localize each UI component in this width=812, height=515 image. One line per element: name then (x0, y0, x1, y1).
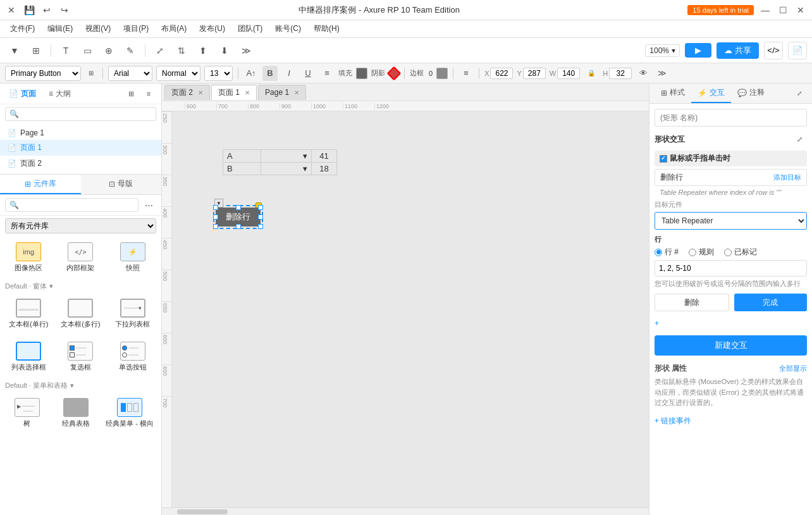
right-tab-style[interactable]: ⊞ 样式 (655, 84, 691, 103)
handle-tl[interactable] (213, 205, 218, 210)
doc-button[interactable]: 📄 (788, 42, 807, 59)
masters-tab[interactable]: ⊡ 母版 (81, 175, 162, 194)
canvas-scrollbar-h[interactable] (162, 507, 649, 515)
comp-item-tree[interactable]: ▶ 树 (5, 394, 49, 432)
select-tool[interactable]: ▼ (5, 42, 24, 59)
add-target-btn[interactable]: 添加目标 (773, 173, 801, 182)
right-tab-notes[interactable]: 💬 注释 (731, 84, 771, 103)
comp-item-radio[interactable]: 单选按钮 (109, 338, 156, 376)
comp-item-dropdown[interactable]: ▾ 下拉列表框 (109, 295, 156, 333)
x-input[interactable] (490, 68, 513, 79)
expand-interaction-btn[interactable]: ⤢ (792, 132, 807, 147)
window-close-button[interactable]: ✕ (794, 4, 807, 16)
widget-mode-btn[interactable]: ⊞ (85, 66, 97, 81)
comp-options-btn[interactable]: ⋯ (141, 197, 156, 213)
grid-tool[interactable]: ⊞ (27, 42, 46, 59)
minimize-button[interactable]: — (759, 4, 772, 16)
add-tool[interactable]: ⊕ (99, 42, 118, 59)
save-icon[interactable]: 💾 (23, 4, 35, 16)
comp-item-snapshot[interactable]: ⚡ 快照 (109, 239, 156, 276)
tab-close-page1[interactable]: ✕ (245, 89, 250, 96)
handle-bm[interactable] (236, 224, 241, 229)
zoom-control[interactable]: 100% ▾ (645, 44, 680, 57)
done-btn[interactable]: 完成 (734, 294, 808, 311)
font-size-select[interactable]: 13 (204, 66, 233, 81)
close-x-icon[interactable]: ✕ (5, 4, 18, 16)
handle-rm[interactable] (258, 214, 263, 220)
play-button[interactable]: ▶ (685, 43, 711, 58)
menu-account[interactable]: 账号(C) (270, 22, 306, 35)
more-format-btn[interactable]: ≫ (655, 66, 670, 81)
canvas-tab-page-1[interactable]: Page 1 ✕ (258, 85, 306, 100)
table-cell-b-dropdown[interactable]: ▾ (261, 163, 312, 175)
comp-item-listbox[interactable]: 列表选择框 (5, 338, 52, 376)
y-input[interactable] (523, 68, 546, 79)
add-page-btn[interactable]: ⊞ (123, 86, 138, 101)
handle-br[interactable] (258, 224, 263, 229)
canvas-tab-page2[interactable]: 页面 2 ✕ (164, 85, 210, 100)
comp-item-hotspot[interactable]: img 图像热区 (5, 239, 52, 276)
new-interaction-btn[interactable]: 新建交互 (655, 335, 807, 356)
menu-publish[interactable]: 发布(U) (194, 22, 230, 35)
canvas-viewport[interactable]: A ▾ 41 B (172, 111, 649, 507)
resize-tool[interactable]: ⤢ (151, 42, 169, 59)
align-v-tool[interactable]: ⇅ (172, 42, 191, 59)
canvas-delete-button[interactable]: 删除行 (216, 208, 261, 226)
tab-close-pg1[interactable]: ✕ (294, 89, 299, 96)
menu-help[interactable]: 帮助(H) (309, 22, 345, 35)
comp-item-menu[interactable]: 经典菜单 - 横向 (103, 394, 156, 432)
canvas-tab-page1[interactable]: 页面 1 ✕ (211, 85, 257, 100)
italic-btn[interactable]: I (281, 66, 297, 81)
maximize-button[interactable]: ☐ (777, 4, 789, 16)
comp-item-textarea[interactable]: 文本框(多行) (57, 295, 104, 333)
comp-item-iframe[interactable]: </> 内部框架 (57, 239, 104, 276)
w-input[interactable] (557, 68, 580, 79)
add-interaction-row[interactable]: + (655, 316, 807, 330)
menu-layout[interactable]: 布局(A) (156, 22, 192, 35)
handle-tm[interactable] (236, 205, 241, 210)
outline-tab[interactable]: ≡ 大纲 (45, 87, 75, 101)
border-color-swatch[interactable] (436, 68, 448, 79)
list-btn[interactable]: ≡ (319, 66, 335, 81)
comp-item-checkbox[interactable]: 复选框 (57, 338, 104, 376)
comp-item-table[interactable]: 经典表格 (54, 394, 99, 432)
underline-btn[interactable]: U (300, 66, 316, 81)
tab-close-page2[interactable]: ✕ (198, 89, 203, 96)
lock-aspect-btn[interactable]: 🔒 (584, 66, 599, 81)
radio-row-num[interactable]: 行 # (655, 247, 679, 258)
bold-btn[interactable]: B (262, 66, 278, 81)
visibility-btn[interactable]: 👁 (636, 66, 651, 81)
event-checkbox[interactable] (660, 155, 667, 163)
widget-type-select[interactable]: Primary Button (5, 66, 81, 81)
chain-event-row[interactable]: + 链接事件 (655, 413, 807, 429)
font-family-select[interactable]: Arial (108, 66, 152, 81)
comp-filter-select[interactable]: 所有元件库 (5, 218, 156, 233)
pen-tool[interactable]: ✎ (121, 42, 140, 59)
handle-bl[interactable] (213, 224, 218, 229)
show-all-btn[interactable]: 全部显示 (779, 364, 807, 373)
font-style-select[interactable]: Normal (156, 66, 200, 81)
radio-rule[interactable]: 规则 (689, 247, 714, 258)
pages-tab[interactable]: 📄 页面 (5, 87, 40, 101)
align-top-tool[interactable]: ⬆ (194, 42, 212, 59)
menu-team[interactable]: 团队(T) (233, 22, 268, 35)
handle-tr[interactable] (258, 205, 263, 210)
share-button[interactable]: ☁ 共享 (717, 42, 759, 59)
redo-icon[interactable]: ↪ (58, 4, 71, 16)
components-tab[interactable]: ⊞ 元件库 (0, 175, 81, 194)
comp-item-textfield[interactable]: 文本框(单行) (5, 295, 52, 333)
code-button[interactable]: </> (764, 42, 783, 59)
page-item-page2[interactable]: 📄 页面 1 (0, 140, 161, 156)
text-align-btn[interactable]: ≡ (458, 66, 474, 81)
shape-tool[interactable]: ▭ (78, 42, 97, 59)
row-num-input[interactable] (655, 260, 807, 276)
delete-action-btn[interactable]: 删除 (655, 294, 729, 311)
page-item-page3[interactable]: 📄 页面 2 (0, 156, 161, 171)
pages-search-input[interactable] (5, 107, 156, 121)
shadow-color-swatch[interactable] (387, 66, 402, 80)
page-item-page1[interactable]: 📄 Page 1 (0, 126, 161, 140)
more-tools[interactable]: ≫ (237, 42, 255, 59)
menu-edit[interactable]: 编辑(E) (42, 22, 78, 35)
menu-project[interactable]: 项目(P) (118, 22, 154, 35)
widget-name-input[interactable] (655, 109, 807, 127)
